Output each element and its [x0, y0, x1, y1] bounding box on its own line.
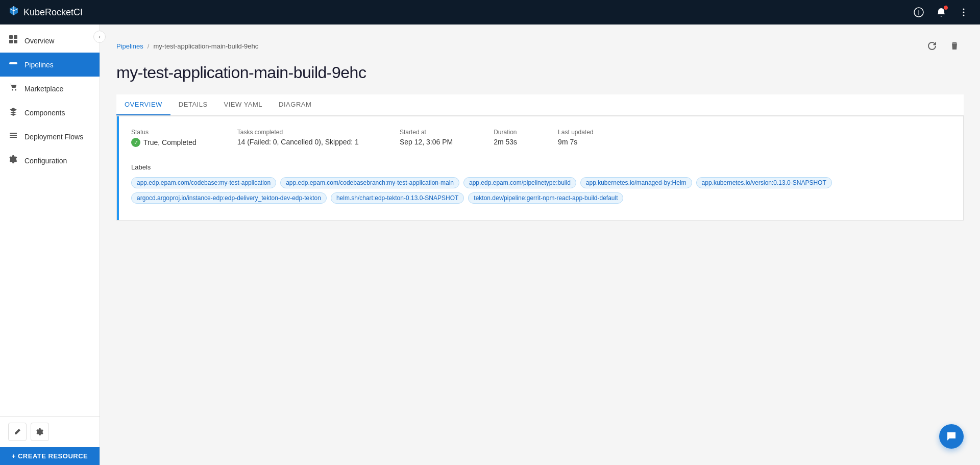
- status-group: Status ✓ True, Completed: [131, 129, 197, 147]
- gear-icon: [8, 155, 18, 166]
- sidebar-item-configuration[interactable]: Configuration: [0, 149, 100, 173]
- app-logo: KubeRocketCI: [8, 5, 83, 19]
- label-chip: app.edp.epam.com/pipelinetype:build: [463, 177, 576, 188]
- pipeline-icon: [8, 59, 18, 70]
- tasks-completed-label: Tasks completed: [237, 129, 359, 136]
- duration-group: Duration 2m 53s: [494, 129, 517, 146]
- last-updated-value: 9m 7s: [558, 138, 593, 146]
- started-at-value: Sep 12, 3:06 PM: [400, 138, 453, 146]
- delete-button[interactable]: [945, 37, 964, 55]
- logo-icon: [8, 5, 19, 19]
- label-chip: argocd.argoproj.io/instance-edp:edp-deli…: [131, 192, 327, 204]
- tabs: OVERVIEW DETAILS VIEW YAML DIAGRAM: [116, 94, 964, 116]
- breadcrumb-current: my-test-application-main-build-9ehc: [153, 42, 258, 50]
- tasks-completed-group: Tasks completed 14 (Failed: 0, Cancelled…: [237, 129, 359, 146]
- sidebar-item-components[interactable]: Components: [0, 101, 100, 125]
- grid-icon: [8, 35, 18, 46]
- tab-diagram[interactable]: DIAGRAM: [271, 94, 320, 115]
- menu-icon: [8, 131, 18, 142]
- label-chip: app.kubernetes.io/version:0.13.0-SNAPSHO…: [696, 177, 832, 188]
- sidebar-item-label: Components: [24, 109, 65, 117]
- svg-point-11: [15, 62, 17, 64]
- page-header: my-test-application-main-build-9ehc: [116, 63, 964, 82]
- refresh-button[interactable]: [923, 37, 941, 55]
- label-chip: app.edp.epam.com/codebase:my-test-applic…: [131, 177, 276, 188]
- notification-button[interactable]: [933, 4, 949, 20]
- status-check-icon: ✓: [131, 138, 140, 147]
- layout: ‹ Overview: [0, 25, 980, 465]
- breadcrumb-separator: /: [148, 42, 150, 50]
- settings-icon-button[interactable]: [31, 423, 49, 441]
- chat-fab-button[interactable]: [939, 424, 964, 449]
- topbar-actions: i: [911, 4, 972, 20]
- tab-view-yaml[interactable]: VIEW YAML: [216, 94, 271, 115]
- labels-title: Labels: [131, 163, 951, 171]
- label-chip: app.kubernetes.io/managed-by:Helm: [580, 177, 692, 188]
- more-menu-button[interactable]: [955, 4, 972, 20]
- status-row: Status ✓ True, Completed Tasks completed…: [131, 129, 951, 147]
- sidebar-bottom: [0, 416, 100, 447]
- started-at-group: Started at Sep 12, 3:06 PM: [400, 129, 453, 146]
- status-label: Status: [131, 129, 197, 136]
- svg-point-12: [12, 89, 13, 91]
- svg-point-3: [963, 12, 965, 13]
- breadcrumb-parent-link[interactable]: Pipelines: [116, 42, 143, 50]
- tab-details[interactable]: DETAILS: [170, 94, 216, 115]
- main-content: Pipelines / my-test-application-main-bui…: [100, 25, 980, 465]
- label-chip: tekton.dev/pipeline:gerrit-npm-react-app…: [468, 192, 623, 204]
- status-text: True, Completed: [143, 138, 197, 146]
- started-at-label: Started at: [400, 129, 453, 136]
- sidebar-item-label: Marketplace: [24, 85, 63, 93]
- status-value: ✓ True, Completed: [131, 138, 197, 147]
- sidebar-item-label: Pipelines: [24, 61, 54, 69]
- duration-label: Duration: [494, 129, 517, 136]
- last-updated-group: Last updated 9m 7s: [558, 129, 593, 146]
- svg-rect-15: [10, 135, 17, 136]
- sidebar-item-marketplace[interactable]: Marketplace: [0, 77, 100, 101]
- tasks-completed-value: 14 (Failed: 0, Cancelled 0), Skipped: 1: [237, 138, 359, 146]
- svg-point-13: [15, 89, 16, 91]
- svg-point-4: [963, 15, 965, 16]
- card-accent: Status ✓ True, Completed Tasks completed…: [117, 116, 963, 220]
- sidebar-item-deployment-flows[interactable]: Deployment Flows: [0, 125, 100, 149]
- labels-section: Labels app.edp.epam.com/codebase:my-test…: [131, 163, 951, 204]
- svg-rect-14: [10, 133, 17, 134]
- svg-rect-16: [10, 137, 17, 138]
- last-updated-label: Last updated: [558, 129, 593, 136]
- sidebar-item-label: Deployment Flows: [24, 133, 83, 141]
- svg-rect-6: [14, 35, 17, 39]
- sidebar-item-label: Configuration: [24, 157, 67, 165]
- layers-icon: [8, 107, 18, 118]
- app-name: KubeRocketCI: [23, 7, 83, 18]
- info-button[interactable]: i: [911, 4, 927, 20]
- sidebar-item-overview[interactable]: Overview: [0, 29, 100, 53]
- svg-rect-7: [9, 40, 13, 43]
- label-chip: app.edp.epam.com/codebasebranch:my-test-…: [280, 177, 459, 188]
- edit-icon-button[interactable]: [8, 423, 27, 441]
- svg-rect-5: [9, 35, 13, 39]
- labels-row-1: app.edp.epam.com/codebase:my-test-applic…: [131, 177, 951, 188]
- labels-row-2: argocd.argoproj.io/instance-edp:edp-deli…: [131, 192, 951, 204]
- create-resource-button[interactable]: + CREATE RESOURCE: [0, 447, 100, 465]
- sidebar-nav: Overview Pipelines: [0, 25, 100, 416]
- sidebar-collapse-button[interactable]: ‹: [93, 31, 106, 43]
- svg-rect-8: [14, 40, 17, 43]
- breadcrumb: Pipelines / my-test-application-main-bui…: [116, 37, 964, 55]
- svg-text:i: i: [918, 9, 920, 16]
- svg-point-10: [10, 62, 12, 64]
- tab-overview[interactable]: OVERVIEW: [116, 94, 170, 115]
- sidebar-item-label: Overview: [24, 37, 54, 45]
- label-chip: helm.sh/chart:edp-tekton-0.13.0-SNAPSHOT: [331, 192, 464, 204]
- sidebar: ‹ Overview: [0, 25, 100, 465]
- overview-card: Status ✓ True, Completed Tasks completed…: [116, 116, 964, 221]
- topbar: KubeRocketCI i: [0, 0, 980, 25]
- sidebar-item-pipelines[interactable]: Pipelines: [0, 53, 100, 77]
- svg-point-2: [963, 9, 965, 10]
- page-title: my-test-application-main-build-9ehc: [116, 63, 366, 82]
- card-body: Status ✓ True, Completed Tasks completed…: [119, 116, 963, 220]
- cart-icon: [8, 83, 18, 94]
- duration-value: 2m 53s: [494, 138, 517, 146]
